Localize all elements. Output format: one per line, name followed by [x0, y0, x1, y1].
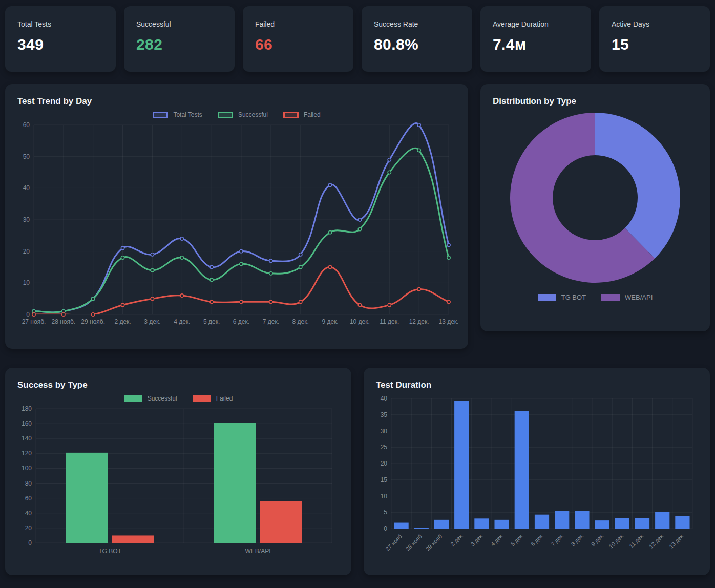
donut-slice-tg-bot[interactable]	[595, 113, 680, 258]
data-point[interactable]	[180, 237, 183, 240]
x-tick-label: TG BOT	[98, 548, 121, 555]
legend-item-successful[interactable]: Successful	[218, 111, 268, 118]
success-by-type-legend: SuccessfulFailed	[17, 393, 339, 404]
data-point[interactable]	[388, 158, 391, 161]
bar-duration[interactable]	[394, 523, 408, 529]
data-point[interactable]	[180, 294, 183, 297]
bar-duration[interactable]	[635, 518, 649, 529]
success-by-type-bar-chart[interactable]: 020406080100120140160180TG BOTWEB/API	[17, 405, 339, 558]
bar-duration[interactable]	[595, 520, 609, 529]
data-point[interactable]	[240, 249, 243, 253]
x-tick-label: 6 дек.	[233, 318, 249, 325]
data-point[interactable]	[151, 253, 154, 256]
data-point[interactable]	[121, 246, 124, 249]
distribution-donut-chart[interactable]	[498, 110, 692, 287]
y-tick-label: 50	[23, 153, 30, 160]
x-tick-label: 2 дек.	[449, 532, 464, 547]
data-point[interactable]	[358, 227, 361, 230]
data-point[interactable]	[32, 313, 35, 316]
y-tick-label: 160	[22, 420, 32, 427]
charts-row-bottom: Success by Type SuccessfulFailed 0204060…	[5, 368, 710, 575]
y-tick-label: 40	[381, 395, 388, 402]
data-point[interactable]	[447, 300, 450, 303]
legend-item-failed[interactable]: Failed	[193, 395, 233, 402]
data-point[interactable]	[240, 262, 243, 265]
data-point[interactable]	[328, 230, 331, 234]
bar-duration[interactable]	[615, 518, 629, 529]
data-point[interactable]	[417, 123, 420, 127]
data-point[interactable]	[299, 253, 302, 256]
data-point[interactable]	[417, 149, 420, 152]
legend-item-tg-bot[interactable]: TG BOT	[538, 293, 586, 301]
data-point[interactable]	[299, 300, 302, 303]
y-tick-label: 25	[381, 444, 388, 451]
x-tick-label: 5 дек.	[203, 318, 220, 325]
x-tick-label: 9 дек.	[322, 318, 338, 325]
y-tick-label: 60	[25, 495, 32, 502]
bar-duration[interactable]	[515, 411, 529, 529]
bar-duration[interactable]	[675, 516, 689, 529]
data-point[interactable]	[151, 297, 154, 300]
bar-successful[interactable]	[214, 423, 256, 543]
x-tick-label: 10 дек.	[350, 318, 370, 325]
data-point[interactable]	[328, 183, 331, 186]
y-tick-label: 100	[22, 465, 32, 472]
duration-bar-chart[interactable]: 051015202530354027 нояб.28 нояб.29 нояб.…	[376, 393, 698, 558]
data-point[interactable]	[151, 268, 154, 271]
x-tick-label: WEB/API	[245, 548, 270, 555]
bar-duration[interactable]	[535, 515, 549, 529]
bar-duration[interactable]	[454, 401, 469, 529]
trend-line-chart[interactable]: 010203040506027 нояб.28 нояб.29 нояб.2 д…	[17, 121, 456, 328]
data-point[interactable]	[121, 303, 124, 306]
x-tick-label: 4 дек.	[490, 532, 504, 547]
bar-duration[interactable]	[555, 511, 569, 529]
data-point[interactable]	[92, 313, 95, 316]
legend-item-successful[interactable]: Successful	[124, 395, 177, 402]
data-point[interactable]	[269, 300, 272, 303]
trend-chart-legend: Total TestsSuccessfulFailed	[17, 110, 456, 120]
legend-item-web-api[interactable]: WEB/API	[601, 293, 653, 301]
data-point[interactable]	[269, 259, 272, 262]
bar-failed[interactable]	[260, 501, 302, 543]
bar-duration[interactable]	[655, 512, 669, 529]
bar-duration[interactable]	[414, 528, 429, 529]
data-point[interactable]	[62, 313, 65, 316]
data-point[interactable]	[210, 300, 213, 303]
data-point[interactable]	[92, 297, 95, 300]
stat-value: 282	[136, 36, 222, 53]
data-point[interactable]	[328, 265, 331, 268]
data-point[interactable]	[240, 300, 243, 303]
bar-duration[interactable]	[494, 520, 509, 529]
x-tick-label: 2 дек.	[114, 318, 131, 325]
stat-card-success-rate: Success Rate 80.8%	[362, 6, 472, 72]
bar-duration[interactable]	[434, 520, 449, 529]
duration-chart-title: Test Duration	[376, 380, 698, 390]
data-point[interactable]	[269, 272, 272, 275]
x-tick-label: 27 нояб.	[384, 532, 404, 552]
data-point[interactable]	[210, 265, 213, 268]
data-point[interactable]	[388, 171, 391, 174]
bar-failed[interactable]	[112, 535, 154, 543]
data-point[interactable]	[121, 256, 124, 259]
legend-item-total-tests[interactable]: Total Tests	[153, 111, 202, 118]
legend-swatch	[218, 112, 233, 118]
duration-chart-card: Test Duration 051015202530354027 нояб.28…	[364, 368, 710, 575]
bar-duration[interactable]	[474, 518, 489, 529]
bar-duration[interactable]	[575, 511, 589, 529]
y-tick-label: 20	[381, 460, 388, 467]
stat-label: Total Tests	[17, 20, 103, 28]
stat-label: Successful	[136, 20, 222, 28]
legend-swatch	[193, 395, 211, 402]
data-point[interactable]	[180, 256, 183, 259]
dashboard-page: { "stats": [ { "label": "Total Tests", "…	[0, 0, 715, 582]
data-point[interactable]	[447, 243, 450, 246]
legend-item-failed[interactable]: Failed	[283, 111, 321, 118]
data-point[interactable]	[417, 287, 420, 290]
data-point[interactable]	[210, 278, 213, 281]
data-point[interactable]	[299, 265, 302, 268]
data-point[interactable]	[447, 256, 450, 259]
data-point[interactable]	[358, 218, 361, 221]
bar-successful[interactable]	[66, 453, 108, 543]
data-point[interactable]	[358, 303, 361, 306]
data-point[interactable]	[388, 303, 391, 306]
